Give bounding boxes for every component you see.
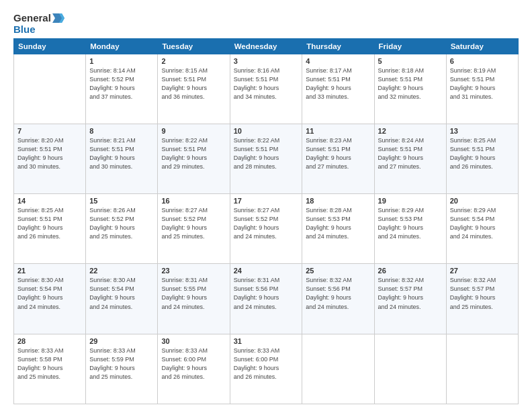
weekday-header-wednesday: Wednesday	[230, 38, 302, 54]
calendar-cell: 22Sunrise: 8:30 AM Sunset: 5:54 PM Dayli…	[86, 264, 158, 334]
week-row-1: 1Sunrise: 8:14 AM Sunset: 5:52 PM Daylig…	[14, 54, 519, 124]
day-number: 2	[161, 57, 226, 65]
day-number: 16	[161, 197, 226, 205]
calendar-cell: 30Sunrise: 8:33 AM Sunset: 6:00 PM Dayli…	[158, 334, 230, 404]
day-number: 10	[234, 127, 299, 135]
logo-chevron-icon	[52, 13, 64, 23]
calendar-cell: 8Sunrise: 8:21 AM Sunset: 5:51 PM Daylig…	[86, 124, 158, 193]
day-number: 11	[306, 127, 370, 135]
calendar-cell: 1Sunrise: 8:14 AM Sunset: 5:52 PM Daylig…	[86, 54, 158, 124]
day-number: 4	[306, 57, 370, 65]
page: General Blue SundayMondayTuesdayWednesda…	[0, 0, 532, 411]
day-number: 7	[17, 127, 82, 135]
day-info: Sunrise: 8:24 AM Sunset: 5:51 PM Dayligh…	[378, 136, 443, 171]
calendar-cell: 11Sunrise: 8:23 AM Sunset: 5:51 PM Dayli…	[302, 124, 374, 193]
calendar-cell: 12Sunrise: 8:24 AM Sunset: 5:51 PM Dayli…	[374, 124, 446, 193]
day-info: Sunrise: 8:30 AM Sunset: 5:54 PM Dayligh…	[89, 276, 154, 311]
calendar-cell: 25Sunrise: 8:32 AM Sunset: 5:56 PM Dayli…	[302, 264, 374, 334]
calendar-cell	[374, 334, 446, 404]
day-number: 18	[306, 197, 370, 205]
calendar-cell: 29Sunrise: 8:33 AM Sunset: 5:59 PM Dayli…	[86, 334, 158, 404]
day-number: 30	[161, 337, 226, 345]
day-number: 5	[378, 57, 443, 65]
day-info: Sunrise: 8:20 AM Sunset: 5:51 PM Dayligh…	[17, 136, 82, 171]
day-number: 17	[234, 197, 299, 205]
day-info: Sunrise: 8:33 AM Sunset: 6:00 PM Dayligh…	[161, 347, 226, 381]
day-number: 19	[378, 197, 443, 205]
calendar-cell: 4Sunrise: 8:17 AM Sunset: 5:51 PM Daylig…	[302, 54, 374, 124]
day-info: Sunrise: 8:31 AM Sunset: 5:55 PM Dayligh…	[161, 276, 226, 311]
day-info: Sunrise: 8:29 AM Sunset: 5:53 PM Dayligh…	[378, 206, 443, 241]
day-number: 24	[234, 267, 299, 275]
calendar-cell	[302, 334, 374, 404]
day-info: Sunrise: 8:33 AM Sunset: 5:59 PM Dayligh…	[89, 347, 154, 381]
calendar-cell: 21Sunrise: 8:30 AM Sunset: 5:54 PM Dayli…	[14, 264, 86, 334]
day-number: 28	[17, 337, 82, 345]
calendar-cell: 17Sunrise: 8:27 AM Sunset: 5:52 PM Dayli…	[230, 194, 302, 264]
day-number: 29	[89, 337, 154, 345]
calendar-cell: 15Sunrise: 8:26 AM Sunset: 5:52 PM Dayli…	[86, 194, 158, 264]
day-number: 13	[450, 127, 515, 135]
day-info: Sunrise: 8:33 AM Sunset: 5:58 PM Dayligh…	[17, 347, 82, 381]
day-number: 9	[161, 127, 226, 135]
day-number: 31	[234, 337, 299, 345]
day-info: Sunrise: 8:22 AM Sunset: 5:51 PM Dayligh…	[161, 136, 226, 171]
calendar-cell: 20Sunrise: 8:29 AM Sunset: 5:54 PM Dayli…	[446, 194, 518, 264]
day-info: Sunrise: 8:25 AM Sunset: 5:51 PM Dayligh…	[450, 136, 515, 171]
day-info: Sunrise: 8:33 AM Sunset: 6:00 PM Dayligh…	[234, 347, 299, 381]
day-number: 25	[306, 267, 370, 275]
calendar-cell: 28Sunrise: 8:33 AM Sunset: 5:58 PM Dayli…	[14, 334, 86, 404]
calendar-cell: 9Sunrise: 8:22 AM Sunset: 5:51 PM Daylig…	[158, 124, 230, 193]
calendar-table: SundayMondayTuesdayWednesdayThursdayFrid…	[13, 38, 519, 405]
day-number: 14	[17, 197, 82, 205]
day-info: Sunrise: 8:32 AM Sunset: 5:56 PM Dayligh…	[306, 276, 370, 311]
day-info: Sunrise: 8:28 AM Sunset: 5:53 PM Dayligh…	[306, 206, 370, 241]
weekday-header-tuesday: Tuesday	[158, 38, 230, 54]
day-number: 3	[234, 57, 299, 65]
logo: General Blue	[13, 12, 64, 36]
day-number: 23	[161, 267, 226, 275]
calendar-cell: 7Sunrise: 8:20 AM Sunset: 5:51 PM Daylig…	[14, 124, 86, 193]
calendar-cell: 2Sunrise: 8:15 AM Sunset: 5:51 PM Daylig…	[158, 54, 230, 124]
week-row-5: 28Sunrise: 8:33 AM Sunset: 5:58 PM Dayli…	[14, 334, 519, 404]
calendar-cell: 26Sunrise: 8:32 AM Sunset: 5:57 PM Dayli…	[374, 264, 446, 334]
weekday-header-thursday: Thursday	[302, 38, 374, 54]
day-info: Sunrise: 8:32 AM Sunset: 5:57 PM Dayligh…	[378, 276, 443, 311]
day-info: Sunrise: 8:23 AM Sunset: 5:51 PM Dayligh…	[306, 136, 370, 171]
day-info: Sunrise: 8:27 AM Sunset: 5:52 PM Dayligh…	[161, 206, 226, 241]
day-number: 15	[89, 197, 154, 205]
logo-blue: Blue	[13, 24, 36, 35]
header: General Blue	[13, 12, 519, 36]
week-row-3: 14Sunrise: 8:25 AM Sunset: 5:51 PM Dayli…	[14, 194, 519, 264]
weekday-header-sunday: Sunday	[14, 38, 86, 54]
calendar-cell	[14, 54, 86, 124]
weekday-header-saturday: Saturday	[446, 38, 518, 54]
day-number: 27	[450, 267, 515, 275]
day-info: Sunrise: 8:16 AM Sunset: 5:51 PM Dayligh…	[234, 66, 299, 101]
day-number: 26	[378, 267, 443, 275]
day-info: Sunrise: 8:14 AM Sunset: 5:52 PM Dayligh…	[89, 66, 154, 101]
day-info: Sunrise: 8:30 AM Sunset: 5:54 PM Dayligh…	[17, 276, 82, 311]
day-info: Sunrise: 8:18 AM Sunset: 5:51 PM Dayligh…	[378, 66, 443, 101]
day-info: Sunrise: 8:31 AM Sunset: 5:56 PM Dayligh…	[234, 276, 299, 311]
calendar-cell: 19Sunrise: 8:29 AM Sunset: 5:53 PM Dayli…	[374, 194, 446, 264]
day-info: Sunrise: 8:19 AM Sunset: 5:51 PM Dayligh…	[450, 66, 515, 101]
week-row-2: 7Sunrise: 8:20 AM Sunset: 5:51 PM Daylig…	[14, 124, 519, 193]
day-number: 8	[89, 127, 154, 135]
week-row-4: 21Sunrise: 8:30 AM Sunset: 5:54 PM Dayli…	[14, 264, 519, 334]
day-number: 20	[450, 197, 515, 205]
calendar-cell: 18Sunrise: 8:28 AM Sunset: 5:53 PM Dayli…	[302, 194, 374, 264]
day-number: 6	[450, 57, 515, 65]
day-info: Sunrise: 8:25 AM Sunset: 5:51 PM Dayligh…	[17, 206, 82, 241]
day-number: 21	[17, 267, 82, 275]
calendar-cell: 6Sunrise: 8:19 AM Sunset: 5:51 PM Daylig…	[446, 54, 518, 124]
day-info: Sunrise: 8:17 AM Sunset: 5:51 PM Dayligh…	[306, 66, 370, 101]
calendar-cell: 27Sunrise: 8:32 AM Sunset: 5:57 PM Dayli…	[446, 264, 518, 334]
calendar-cell: 16Sunrise: 8:27 AM Sunset: 5:52 PM Dayli…	[158, 194, 230, 264]
day-info: Sunrise: 8:26 AM Sunset: 5:52 PM Dayligh…	[89, 206, 154, 241]
calendar-cell: 10Sunrise: 8:22 AM Sunset: 5:51 PM Dayli…	[230, 124, 302, 193]
weekday-header-friday: Friday	[374, 38, 446, 54]
calendar-cell: 13Sunrise: 8:25 AM Sunset: 5:51 PM Dayli…	[446, 124, 518, 193]
logo-general: General	[13, 12, 51, 24]
day-info: Sunrise: 8:15 AM Sunset: 5:51 PM Dayligh…	[161, 66, 226, 101]
